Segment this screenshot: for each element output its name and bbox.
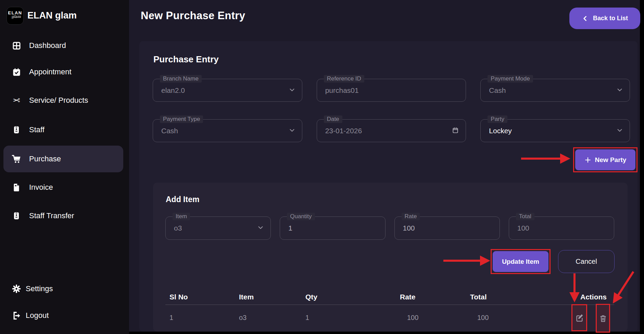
field-value: o3 [174,224,182,232]
plus-icon [584,157,591,163]
id-card-icon [11,211,22,221]
column-header: Item [239,293,305,301]
field-label: Rate [402,213,420,220]
chevron-down-icon [257,224,264,233]
chevron-down-icon [616,126,623,135]
field-label: Party [488,115,507,123]
field-value: Cash [161,127,178,135]
cell-sl-no: 1 [169,314,239,322]
payment-type-select[interactable]: Payment Type Cash [153,119,302,142]
sidebar-item-label: Service/ Products [29,96,88,105]
purchase-entry-fields: Branch Name elan2.0 Reference ID purchas… [153,79,630,142]
new-party-button[interactable]: New Party [575,149,635,170]
cell-total: 100 [470,314,580,322]
sidebar-item-label: Dashboard [29,41,66,50]
field-label: Quantity [287,213,315,220]
sidebar-item-appointment[interactable]: Appointment [3,62,123,82]
party-select[interactable]: Party Lockey [480,119,630,142]
sidebar-item-staff[interactable]: Staff [3,120,123,139]
field-value: purchas01 [325,86,359,95]
chevron-down-icon [288,86,296,95]
new-party-label: New Party [595,156,627,164]
sidebar-item-dashboard[interactable]: Dashboard [3,36,123,55]
gear-icon [11,284,22,294]
cell-item: o3 [239,314,305,322]
sidebar-item-label: Staff Transfer [29,211,74,220]
total-input[interactable]: Total 100 [509,217,614,240]
logout-icon [11,310,22,321]
id-card-icon [11,125,22,135]
field-label: Payment Mode [488,75,533,83]
edit-annotation-box [571,304,587,331]
cell-qty: 1 [305,314,400,322]
sidebar-item-logout[interactable]: Logout [3,306,123,325]
field-value: Cash [489,86,506,95]
add-item-fields: Item o3 Quantity 1 Rate 100 Total 100 [165,217,614,240]
cancel-button[interactable]: Cancel [558,250,615,273]
branch-name-select[interactable]: Branch Name elan2.0 [153,79,302,102]
field-label: Reference ID [324,75,364,83]
brand-name: ELAN glam [27,10,77,21]
field-label: Branch Name [160,75,202,83]
column-header: Rate [400,293,470,301]
appointment-calendar-icon [11,67,22,77]
sidebar-item-label: Purchase [29,154,61,163]
invoice-file-icon [11,182,22,193]
calendar-icon [452,127,459,135]
dashboard-icon [11,40,22,51]
sidebar-item-purchase[interactable]: Purchase [3,146,123,172]
items-table-header: Sl No Item Qty Rate Total Actions [165,289,614,305]
quantity-input[interactable]: Quantity 1 [280,217,385,240]
edit-icon[interactable] [575,313,584,322]
purchase-entry-title: Purchase Entry [153,54,219,65]
field-label: Payment Type [160,115,203,123]
trash-annotation-box [596,304,610,333]
column-header: Actions [580,293,614,301]
sidebar-item-label: Appointment [29,67,72,76]
column-header: Qty [305,293,400,301]
sidebar-item-label: Invoice [29,183,53,192]
main-content: New Purchase Entry Back to List Purchase… [129,0,640,332]
reference-id-input[interactable]: Reference ID purchas01 [317,79,466,102]
sidebar: ELAN glam ELAN glam Dashboard Appointmen… [0,0,129,334]
field-value: 1 [288,224,292,232]
sidebar-item-invoice[interactable]: Invoice [3,178,123,197]
column-header: Total [470,293,580,301]
field-value: elan2.0 [161,86,185,95]
sidebar-item-label: Settings [26,284,53,293]
cancel-label: Cancel [576,258,597,265]
chevron-left-icon [582,15,589,22]
rate-input[interactable]: Rate 100 [394,217,500,240]
cart-icon [11,154,22,164]
new-party-annotation-box: New Party [573,147,637,172]
add-item-card: Add Item Item o3 Quantity 1 Rate 100 Tot… [153,183,628,332]
field-value: Lockey [489,127,512,135]
field-label: Total [516,213,534,220]
chevron-down-icon [288,126,296,135]
field-value: 100 [517,224,529,232]
back-to-list-button[interactable]: Back to List [569,8,640,29]
chevron-down-icon [616,86,623,95]
trash-icon[interactable] [599,314,607,323]
update-item-label: Update Item [502,258,539,265]
column-header: Sl No [169,293,239,301]
add-item-title: Add Item [166,195,199,204]
update-item-annotation-box: Update Item [491,249,551,274]
purchase-entry-card: Purchase Entry Branch Name elan2.0 Refer… [139,41,637,332]
field-label: Item [173,213,190,220]
brand-logo: ELAN glam [7,7,24,25]
field-value: 100 [403,224,415,232]
sidebar-item-service-products[interactable]: ✂ Service/ Products [3,91,123,110]
payment-mode-select[interactable]: Payment Mode Cash [480,79,630,102]
scissors-icon: ✂ [11,95,22,106]
sidebar-item-staff-transfer[interactable]: Staff Transfer [3,206,123,225]
sidebar-item-label: Staff [29,125,45,134]
date-input[interactable]: Date 23-01-2026 [317,119,466,142]
page-title: New Purchase Entry [141,10,245,22]
back-to-list-label: Back to List [593,15,628,22]
sidebar-item-settings[interactable]: Settings [3,279,123,298]
item-select[interactable]: Item o3 [165,217,271,240]
update-item-button[interactable]: Update Item [493,251,548,272]
sidebar-item-label: Logout [26,311,49,320]
field-label: Date [324,115,342,123]
